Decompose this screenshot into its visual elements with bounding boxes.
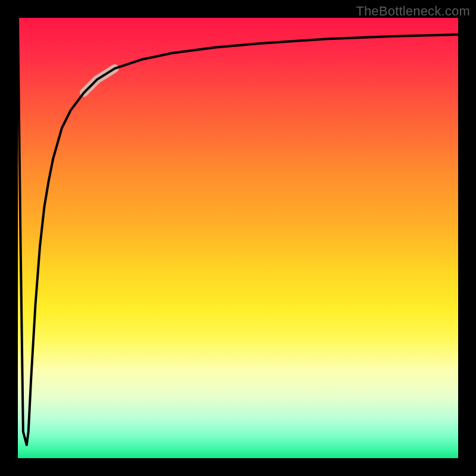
curve-svg [18,18,458,458]
plot-area [18,18,458,458]
chart-container: TheBottleneck.com [0,0,476,476]
attribution-text: TheBottleneck.com [356,4,470,19]
curve-path [18,18,458,445]
curve-layer [18,18,458,445]
